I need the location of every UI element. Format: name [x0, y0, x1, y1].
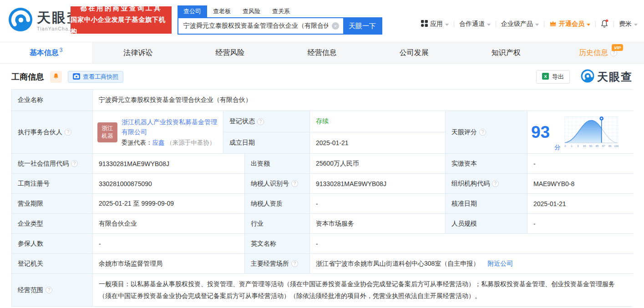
section-header: 工商信息 查看工商快照 X 导出 [11, 69, 633, 85]
label-contribution: 出资额 [245, 154, 310, 174]
field-value: 91330281MAE9WYB08J [316, 180, 386, 187]
table-row: 企业名称 宁波舜元立泰股权投资基金管理合伙企业（有限合伙） [12, 90, 632, 111]
field-label: 工商注册号 [18, 180, 50, 188]
tab-ip-label: 知识产权 [492, 48, 521, 58]
status-badge: 存续 [316, 117, 329, 126]
nav-divider [454, 21, 454, 27]
help-icon[interactable]: ? [291, 180, 298, 187]
label-establish-date: 成立日期 [223, 132, 310, 154]
label-business-premises: 主要经营场所 ? [245, 254, 310, 274]
field-label: 企业类型 [18, 220, 43, 228]
value-business-scope: 一般项目：以私募基金从事股权投资、投资管理、资产管理等活动（须在中国证券投资基金… [93, 274, 633, 306]
chevron-down-icon [535, 24, 539, 26]
value-contribution: 25600万人民币 [310, 154, 446, 174]
search-tab-boss[interactable]: 查老板 [207, 5, 237, 17]
nav-partner-channel[interactable]: 合作通道 [459, 20, 491, 28]
company-tabstrip: 基本信息 3 法律诉讼 经营风险 经营信息 公司发展 知识产权 历史信息 ? V… [0, 42, 644, 64]
score-unit: 分 [554, 143, 560, 151]
field-value: - [533, 160, 536, 167]
label-taxpayer-id: 纳税人识别号 ? [245, 174, 310, 194]
label-paid-in-capital: 实缴资本 [446, 154, 527, 174]
tab-legal[interactable]: 法律诉讼 [92, 42, 184, 63]
svg-text:0: 0 [564, 145, 566, 147]
field-label: 实缴资本 [451, 160, 477, 168]
help-icon[interactable]: ? [71, 160, 78, 167]
help-icon[interactable]: ? [492, 180, 499, 187]
search-button[interactable]: 天眼一下 [343, 18, 381, 34]
field-label: 组织机构代码 [451, 180, 490, 188]
search-box: × 天眼一下 [177, 17, 382, 35]
tab-risk[interactable]: 经营风险 [184, 42, 276, 63]
field-label: 参保人数 [18, 240, 43, 248]
monitor-bell-button[interactable] [50, 71, 62, 83]
value-uscc: 91330281MAE9WYB08J [93, 154, 245, 174]
tab-basic-info[interactable]: 基本信息 3 [0, 42, 92, 63]
promo-banner-line2: 国家中小企业发展子基金旗下机构 [71, 14, 172, 37]
value-business-premises: 浙江省宁波市余姚市凤山街道科创中心308室（自主申报） 附近公司 [310, 254, 633, 274]
section-title: 工商信息 [11, 71, 44, 82]
partner-company-link[interactable]: 浙江机器人产业投资私募基金管理有限公司 [122, 117, 218, 137]
nav-notifications[interactable] [601, 19, 609, 29]
nav-apps[interactable]: 应用 [421, 20, 449, 28]
label-executive-partner: 执行事务合伙人 ? [12, 111, 93, 154]
label-tianyan-score: 天眼评分 ? [446, 111, 527, 154]
help-icon[interactable]: ? [46, 287, 52, 293]
field-value: 2025-01-21 至 9999-09-09 [99, 200, 174, 208]
field-value: 有限合伙企业 [99, 220, 137, 228]
help-icon[interactable]: ? [65, 129, 71, 136]
field-value: 资本市场服务 [316, 220, 354, 228]
tab-basic-label: 基本信息 [30, 48, 59, 58]
svg-text:50: 50 [589, 145, 593, 147]
table-row: 企业类型 有限合伙企业 行业 资本市场服务 人员规模 - [12, 214, 632, 234]
label-registration-number: 工商注册号 [12, 174, 93, 194]
table-row: 参保人数 - 英文名称 - [12, 234, 632, 254]
tab-ip[interactable]: 知识产权 [460, 42, 552, 63]
table-row: 营业期限 2025-01-21 至 9999-09-09 纳税人资质 - 核准日… [12, 194, 632, 214]
field-value: 25600万人民币 [316, 160, 359, 168]
tab-history[interactable]: 历史信息 ? VIP [552, 42, 644, 63]
table-row: 统一社会信用代码 ? 91330281MAE9WYB08J 出资额 25600万… [12, 154, 632, 174]
field-value: 宁波舜元立泰股权投资基金管理合伙企业（有限合伙） [99, 96, 252, 104]
field-label: 英文名称 [251, 240, 276, 248]
tab-risk-label: 经营风险 [215, 48, 244, 58]
svg-text:85: 85 [596, 145, 599, 147]
value-paid-in-capital: - [527, 154, 633, 174]
company-avatar[interactable]: 浙江 机器 [97, 122, 117, 142]
value-tianyan-score[interactable]: 93 分 [527, 111, 633, 154]
svg-text:100: 100 [614, 145, 619, 147]
field-label: 行业 [251, 220, 264, 228]
svg-text:1: 1 [571, 145, 572, 147]
search-input[interactable] [178, 18, 332, 34]
help-icon[interactable]: ? [479, 129, 486, 136]
tab-development[interactable]: 公司发展 [368, 42, 460, 63]
snapshot-button[interactable]: 查看工商快照 [68, 71, 123, 83]
nav-user[interactable]: 费米 [619, 20, 638, 28]
nav-user-label: 费米 [619, 20, 632, 28]
chevron-down-icon [445, 24, 449, 26]
field-value: - [316, 240, 318, 247]
help-icon[interactable]: ? [291, 260, 298, 267]
nav-open-vip[interactable]: 开通会员 [549, 20, 590, 28]
search-tab-company[interactable]: 查公司 [177, 5, 207, 17]
svg-text:99: 99 [609, 145, 612, 147]
search-tab-relation[interactable]: 查关系 [266, 5, 296, 17]
export-button[interactable]: X 导出 [536, 70, 570, 84]
table-row: 执行事务合伙人 ? 浙江 机器 浙江机器人产业投资私募基金管理有限公司 委派代表… [12, 111, 632, 154]
tab-history-label: 历史信息 [579, 48, 608, 58]
tab-operation[interactable]: 经营信息 [276, 42, 368, 63]
rep-name-link[interactable]: 应鑫 [152, 139, 165, 146]
field-label: 纳税人资质 [251, 200, 283, 208]
label-registration-status: 登记状态 ? [223, 111, 310, 132]
clear-icon[interactable]: × [332, 22, 339, 30]
label-org-code: 组织机构代码 ? [446, 174, 527, 194]
score-distribution-chart: 0 1 3 15 50 85 97 99 100 [564, 114, 622, 150]
nearby-companies-link[interactable]: 附近公司 [487, 260, 513, 268]
nav-enterprise-products[interactable]: 企业级产品 [501, 20, 539, 28]
field-label: 执行事务合伙人 [18, 128, 62, 136]
nav-divider [595, 21, 596, 27]
help-icon[interactable]: ? [257, 118, 264, 125]
field-label: 出资额 [251, 160, 270, 168]
search-tab-risk[interactable]: 查风险 [237, 5, 266, 17]
label-english-name: 英文名称 [245, 234, 310, 254]
field-value: - [99, 240, 101, 247]
